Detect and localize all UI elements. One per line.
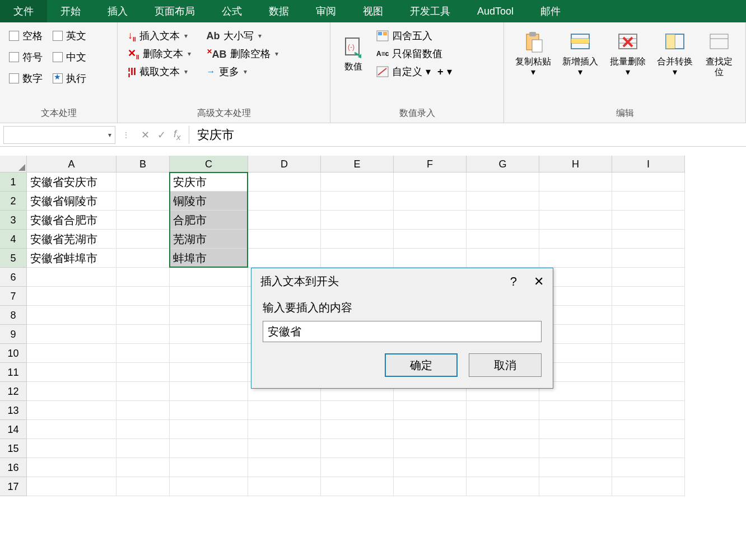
tab-review[interactable]: 审阅 [302, 0, 349, 22]
cell-B10[interactable] [116, 344, 170, 363]
cell-I5[interactable] [612, 249, 685, 268]
btn-keep-value[interactable]: A≡c 只保留数值 [373, 45, 455, 63]
cancel-formula-icon[interactable]: ✕ [141, 129, 150, 141]
dialog-text-input[interactable] [263, 321, 542, 342]
cell-H1[interactable] [539, 172, 612, 192]
cell-D3[interactable] [248, 211, 321, 230]
tab-data[interactable]: 数据 [255, 0, 302, 22]
cell-D5[interactable] [248, 249, 321, 268]
btn-batch-delete[interactable]: 批量删除 ▾ [604, 27, 651, 81]
dialog-ok-button[interactable]: 确定 [385, 353, 458, 377]
cell-E3[interactable] [321, 211, 394, 230]
accept-formula-icon[interactable]: ✓ [157, 129, 166, 141]
cell-D17[interactable] [248, 477, 321, 496]
cell-B11[interactable] [116, 363, 170, 382]
cell-B14[interactable] [116, 420, 170, 439]
cell-A9[interactable] [27, 325, 116, 344]
cell-G13[interactable] [467, 401, 539, 420]
col-header-C[interactable]: C [170, 156, 248, 172]
cell-F1[interactable] [394, 172, 467, 192]
btn-more[interactable]: → 更多 ▾ [202, 63, 283, 81]
cell-A6[interactable] [27, 268, 116, 287]
col-header-H[interactable]: H [539, 156, 612, 172]
cell-C17[interactable] [170, 477, 248, 496]
plus-icon[interactable]: + [437, 66, 444, 78]
cell-I13[interactable] [612, 401, 685, 420]
cell-C9[interactable] [170, 325, 248, 344]
tab-file[interactable]: 文件 [0, 0, 47, 22]
row-header-3[interactable]: 3 [0, 211, 27, 230]
dialog-cancel-button[interactable]: 取消 [469, 353, 542, 377]
col-header-D[interactable]: D [248, 156, 321, 172]
cell-C5[interactable]: 蚌埠市 [170, 249, 248, 268]
tab-formula[interactable]: 公式 [208, 0, 255, 22]
cell-A14[interactable] [27, 420, 116, 439]
btn-custom[interactable]: 自定义 ▾ + ▾ [373, 63, 455, 81]
name-box[interactable]: ▾ [3, 126, 115, 144]
cell-I9[interactable] [612, 325, 685, 344]
row-header-13[interactable]: 13 [0, 401, 27, 420]
cell-I16[interactable] [612, 458, 685, 477]
cell-F17[interactable] [394, 477, 467, 496]
chk-space[interactable]: 空格 [6, 27, 46, 45]
cell-E17[interactable] [321, 477, 394, 496]
cell-B13[interactable] [116, 401, 170, 420]
cell-F2[interactable] [394, 192, 467, 211]
cell-F16[interactable] [394, 458, 467, 477]
btn-round[interactable]: 四舍五入 [373, 27, 455, 45]
row-header-9[interactable]: 9 [0, 325, 27, 344]
cell-C11[interactable] [170, 363, 248, 382]
tab-dev[interactable]: 开发工具 [397, 0, 464, 22]
cell-C13[interactable] [170, 401, 248, 420]
col-header-E[interactable]: E [321, 156, 394, 172]
cell-D16[interactable] [248, 458, 321, 477]
cell-E1[interactable] [321, 172, 394, 192]
tab-mail[interactable]: 邮件 [527, 0, 574, 22]
row-header-8[interactable]: 8 [0, 306, 27, 325]
row-header-5[interactable]: 5 [0, 249, 27, 268]
cell-I6[interactable] [612, 268, 685, 287]
cell-A1[interactable]: 安徽省安庆市 [27, 172, 116, 192]
cell-I11[interactable] [612, 363, 685, 382]
col-header-A[interactable]: A [27, 156, 116, 172]
cell-D14[interactable] [248, 420, 321, 439]
cell-D1[interactable] [248, 172, 321, 192]
cell-I10[interactable] [612, 344, 685, 363]
btn-value[interactable]: (-) 数值 [336, 27, 371, 81]
chk-english[interactable]: 英文 [49, 27, 90, 45]
cell-F13[interactable] [394, 401, 467, 420]
row-header-11[interactable]: 11 [0, 363, 27, 382]
row-header-15[interactable]: 15 [0, 439, 27, 458]
cell-A17[interactable] [27, 477, 116, 496]
btn-delete-space[interactable]: ✕AB 删除空格 ▾ [202, 45, 283, 63]
btn-delete-text[interactable]: ✕II 删除文本 ▾ [123, 45, 195, 63]
cell-B5[interactable] [116, 249, 170, 268]
chk-number[interactable]: 数字 [6, 69, 46, 87]
cell-B2[interactable] [116, 192, 170, 211]
cell-C15[interactable] [170, 439, 248, 458]
cell-C12[interactable] [170, 382, 248, 401]
row-header-12[interactable]: 12 [0, 382, 27, 401]
cell-H16[interactable] [539, 458, 612, 477]
btn-find[interactable]: 查找定位 [698, 27, 740, 81]
select-all-corner[interactable] [0, 156, 27, 172]
cell-G4[interactable] [467, 230, 539, 249]
cell-I14[interactable] [612, 420, 685, 439]
cell-G2[interactable] [467, 192, 539, 211]
cell-E5[interactable] [321, 249, 394, 268]
cell-A15[interactable] [27, 439, 116, 458]
cell-A4[interactable]: 安徽省芜湖市 [27, 230, 116, 249]
cell-H2[interactable] [539, 192, 612, 211]
cell-C8[interactable] [170, 306, 248, 325]
cell-I3[interactable] [612, 211, 685, 230]
btn-merge-convert[interactable]: 合并转换 ▾ [651, 27, 698, 81]
cell-I1[interactable] [612, 172, 685, 192]
dialog-close-icon[interactable]: ✕ [534, 274, 544, 289]
cell-H3[interactable] [539, 211, 612, 230]
cell-G16[interactable] [467, 458, 539, 477]
cell-C3[interactable]: 合肥市 [170, 211, 248, 230]
cell-A8[interactable] [27, 306, 116, 325]
cell-C1[interactable]: 安庆市 [170, 172, 248, 192]
formula-input[interactable]: 安庆市 [189, 126, 746, 144]
cell-C2[interactable]: 铜陵市 [170, 192, 248, 211]
